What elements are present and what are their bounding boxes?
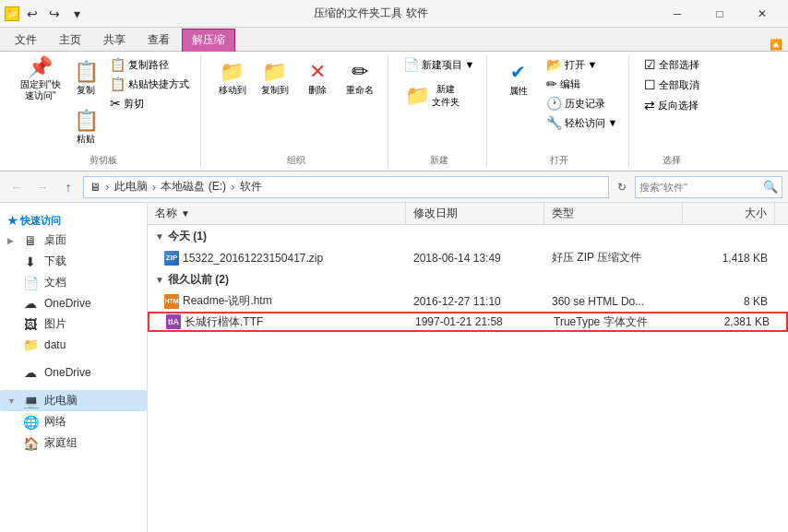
delete-button[interactable]: ✕ 删除: [297, 55, 338, 103]
onedrive-quick-icon: ☁: [22, 296, 39, 311]
paste-shortcut-icon: 📋: [110, 77, 125, 91]
new-folder-icon: 📁: [405, 86, 430, 106]
file-date-ttf: 1997-01-21 21:58: [408, 313, 546, 330]
sidebar-item-thispc[interactable]: ▼ 💻 此电脑: [0, 390, 147, 411]
file-row-ttf[interactable]: tIA 长城行楷体.TTF 1997-01-21 21:58 TrueType …: [148, 312, 788, 332]
file-type-ttf: TrueType 字体文件: [546, 313, 685, 330]
new-folder-button[interactable]: 📁 新建文件夹: [400, 77, 465, 114]
downloads-icon: ⬇: [22, 254, 39, 269]
col-header-size[interactable]: 大小: [683, 203, 775, 224]
easy-access-button[interactable]: 🔧 轻松访问 ▼: [543, 113, 622, 132]
open-dropdown-button[interactable]: 📂 打开 ▼: [543, 55, 622, 74]
ribbon-group-clipboard: 📌 固定到"快速访问" 📋 复制 📋 粘贴 📋 复制路径: [7, 55, 201, 167]
ttf-icon: tIA: [166, 314, 181, 329]
col-header-name[interactable]: 名称 ▼: [148, 203, 406, 224]
edit-button[interactable]: ✏ 编辑: [543, 75, 622, 93]
zip-icon: ZIP: [164, 251, 179, 266]
new-item-button[interactable]: 📄 新建项目 ▼: [400, 55, 479, 74]
file-name-zip: ZIP 15322_20161223150417.zip: [148, 248, 406, 267]
path-segment-computer[interactable]: 此电脑: [114, 179, 148, 195]
file-name-htm: HTM Readme-说明.htm: [148, 291, 406, 311]
path-segment-drive[interactable]: 本地磁盘 (E:): [161, 179, 226, 195]
select-none-icon: ☐: [644, 77, 656, 92]
open-buttons: ✔ 属性 📂 打开 ▼ ✏ 编辑 🕐 历史记录 🔧: [498, 55, 622, 132]
desktop-icon: 🖥: [22, 233, 39, 248]
cut-button[interactable]: ✂ 剪切: [106, 94, 193, 112]
pin-icon: 📌: [28, 57, 53, 77]
open-small-buttons: 📂 打开 ▼ ✏ 编辑 🕐 历史记录 🔧 轻松访问 ▼: [543, 55, 622, 132]
tab-home[interactable]: 主页: [49, 28, 91, 51]
tab-extract[interactable]: 解压缩: [182, 29, 235, 52]
pictures-icon: 🖼: [22, 317, 39, 332]
select-none-button[interactable]: ☐ 全部取消: [640, 76, 703, 94]
pin-quick-access-button[interactable]: 📌 固定到"快速访问": [15, 55, 66, 103]
sidebar-item-network[interactable]: 🌐 网络: [0, 411, 147, 432]
sidebar-item-pictures[interactable]: 🖼 图片: [0, 313, 147, 335]
organize-label: 组织: [287, 152, 305, 167]
properties-button[interactable]: ✔ 属性: [498, 55, 539, 103]
paste-shortcut-button[interactable]: 📋 粘贴快捷方式: [106, 75, 193, 93]
ribbon-content: 📌 固定到"快速访问" 📋 复制 📋 粘贴 📋 复制路径: [0, 52, 788, 171]
title-bar-left: 📁 ↩ ↪ ▾: [5, 5, 86, 23]
paste-button[interactable]: 📋 粘贴: [68, 104, 104, 152]
file-size-htm: 8 KB: [683, 291, 775, 311]
sidebar-item-documents[interactable]: 📄 文档: [0, 272, 147, 293]
help-button[interactable]: 🔼: [770, 39, 782, 51]
sidebar-item-onedrive-quick[interactable]: ☁ OneDrive: [0, 293, 147, 313]
qat-back[interactable]: ↩: [23, 5, 42, 23]
html-icon: HTM: [164, 294, 179, 309]
rename-button[interactable]: ✏ 重命名: [340, 55, 380, 103]
up-button[interactable]: ↑: [57, 176, 79, 198]
search-box[interactable]: 🔍: [635, 176, 782, 198]
file-date-zip: 2018-06-14 13:49: [406, 248, 544, 267]
path-segment-folder[interactable]: 软件: [240, 179, 262, 195]
invert-icon: ⇄: [644, 98, 655, 112]
move-to-button[interactable]: 📁 移动到: [212, 55, 253, 103]
file-list: 名称 ▼ 修改日期 类型 大小 ▼ 今天 (1) ZIP 15322_20161…: [148, 203, 788, 532]
history-button[interactable]: 🕐 历史记录: [543, 94, 622, 112]
group-chevron-today[interactable]: ▼: [155, 231, 164, 242]
tab-view[interactable]: 查看: [137, 28, 180, 51]
forward-button[interactable]: →: [31, 176, 54, 198]
tab-file[interactable]: 文件: [5, 28, 47, 51]
sidebar-item-onedrive[interactable]: ☁ OneDrive: [0, 362, 147, 383]
copy-button[interactable]: 📋 复制: [68, 55, 104, 103]
tab-share[interactable]: 共享: [93, 28, 136, 51]
col-header-type[interactable]: 类型: [544, 203, 683, 224]
copy-path-button[interactable]: 📋 复制路径: [106, 55, 193, 74]
file-row-zip[interactable]: ZIP 15322_20161223150417.zip 2018-06-14 …: [148, 248, 788, 268]
select-all-button[interactable]: ☑ 全部选择: [640, 55, 703, 74]
col-header-date[interactable]: 修改日期: [406, 203, 544, 224]
path-icon: 🖥: [90, 181, 101, 194]
search-input[interactable]: [639, 182, 759, 193]
qat-dropdown[interactable]: ▾: [67, 5, 86, 23]
group-header-longago: ▼ 很久以前 (2): [148, 268, 788, 291]
group-chevron-longago[interactable]: ▼: [155, 275, 164, 285]
ribbon-group-new: 📄 新建项目 ▼ 📁 新建文件夹 新建: [392, 55, 487, 167]
history-icon: 🕐: [546, 96, 562, 111]
sidebar-item-downloads[interactable]: ⬇ 下载: [0, 251, 147, 272]
address-path[interactable]: 🖥 › 此电脑 › 本地磁盘 (E:) › 软件: [83, 176, 609, 198]
window-title: 压缩的文件夹工具 软件: [86, 6, 656, 21]
maximize-button[interactable]: □: [698, 0, 741, 28]
clipboard-small-buttons: 📋 复制路径 📋 粘贴快捷方式 ✂ 剪切: [106, 55, 193, 112]
datu-icon: 📁: [22, 337, 39, 352]
qat-forward[interactable]: ↪: [45, 5, 64, 23]
sidebar-item-desktop[interactable]: ▶ 🖥 桌面: [0, 230, 147, 251]
sidebar-separator: [0, 355, 147, 362]
file-row-htm[interactable]: HTM Readme-说明.htm 2016-12-27 11:10 360 s…: [148, 291, 788, 312]
refresh-button[interactable]: ↻: [613, 176, 631, 198]
documents-icon: 📄: [22, 276, 39, 290]
close-button[interactable]: ✕: [741, 0, 783, 28]
new-label: 新建: [430, 152, 448, 167]
sidebar-item-homegroup[interactable]: 🏠 家庭组: [0, 432, 147, 454]
pc-icon: 💻: [22, 394, 39, 408]
ribbon-tabs: 文件 主页 共享 查看 解压缩 🔼: [0, 28, 788, 52]
file-name-ttf: tIA 长城行楷体.TTF: [149, 313, 408, 330]
copy-to-button[interactable]: 📁 复制到: [255, 55, 295, 103]
file-size-ttf: 2,381 KB: [685, 313, 777, 330]
back-button[interactable]: ←: [6, 176, 28, 198]
sidebar-item-datu[interactable]: 📁 datu: [0, 335, 147, 355]
minimize-button[interactable]: ─: [656, 0, 698, 28]
invert-selection-button[interactable]: ⇄ 反向选择: [640, 96, 703, 114]
